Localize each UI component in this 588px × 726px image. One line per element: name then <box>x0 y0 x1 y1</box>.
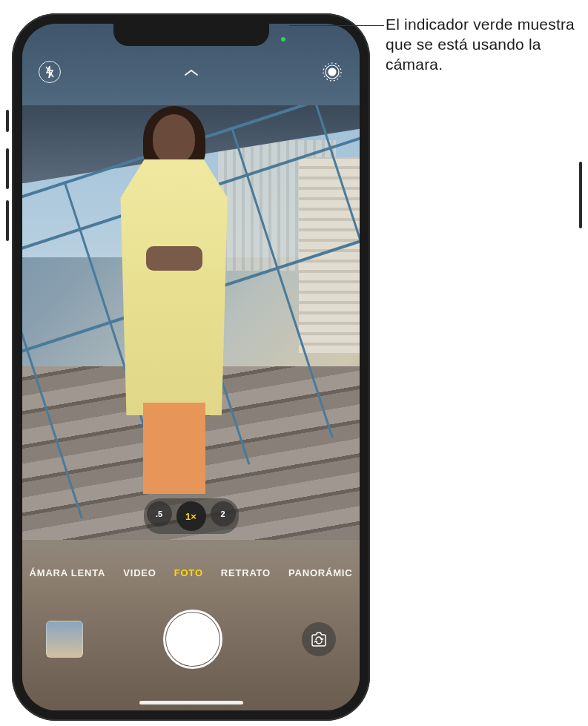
side-button[interactable] <box>579 162 582 228</box>
display-notch <box>113 24 269 46</box>
mode-video[interactable]: VIDEO <box>123 567 156 578</box>
bottom-controls-bar <box>22 613 360 666</box>
mode-slow-motion[interactable]: ÁMARA LENTA <box>30 567 106 578</box>
phone-frame: .5 1× 2 ÁMARA LENTA VIDEO FOTO RETRATO P… <box>12 13 370 721</box>
zoom-1x-button[interactable]: 1× <box>176 501 206 531</box>
live-photo-toggle[interactable] <box>321 61 343 83</box>
mute-switch[interactable] <box>6 110 9 132</box>
camera-viewfinder[interactable] <box>22 105 360 540</box>
camera-mode-selector[interactable]: ÁMARA LENTA VIDEO FOTO RETRATO PANORÁMIC <box>22 567 360 578</box>
home-indicator[interactable] <box>139 701 243 704</box>
live-photo-icon <box>323 62 342 82</box>
settings-drawer-toggle[interactable] <box>183 62 199 82</box>
svg-point-1 <box>328 68 336 76</box>
mode-portrait[interactable]: RETRATO <box>221 567 271 578</box>
zoom-control-group: .5 1× 2 <box>144 498 239 534</box>
volume-up-button[interactable] <box>6 148 9 189</box>
camera-app-screen: .5 1× 2 ÁMARA LENTA VIDEO FOTO RETRATO P… <box>22 24 360 710</box>
flip-camera-button[interactable] <box>302 622 336 656</box>
chevron-up-icon <box>183 68 199 77</box>
camera-in-use-indicator <box>281 37 285 42</box>
scene-preview <box>22 105 360 540</box>
flash-toggle-button[interactable] <box>39 61 61 83</box>
volume-down-button[interactable] <box>6 200 9 241</box>
top-controls-bar <box>22 53 360 90</box>
flash-off-icon <box>44 65 55 79</box>
zoom-2x-button[interactable]: 2 <box>211 501 236 527</box>
shutter-button[interactable] <box>166 613 219 666</box>
flip-camera-icon <box>309 631 328 647</box>
last-photo-thumbnail[interactable] <box>46 621 83 658</box>
callout-text: El indicador verde muestra que se está u… <box>386 15 586 75</box>
mode-panorama[interactable]: PANORÁMIC <box>288 567 352 578</box>
mode-photo[interactable]: FOTO <box>174 567 203 578</box>
zoom-0.5x-button[interactable]: .5 <box>147 501 172 527</box>
callout-annotation: El indicador verde muestra que se está u… <box>386 15 586 75</box>
